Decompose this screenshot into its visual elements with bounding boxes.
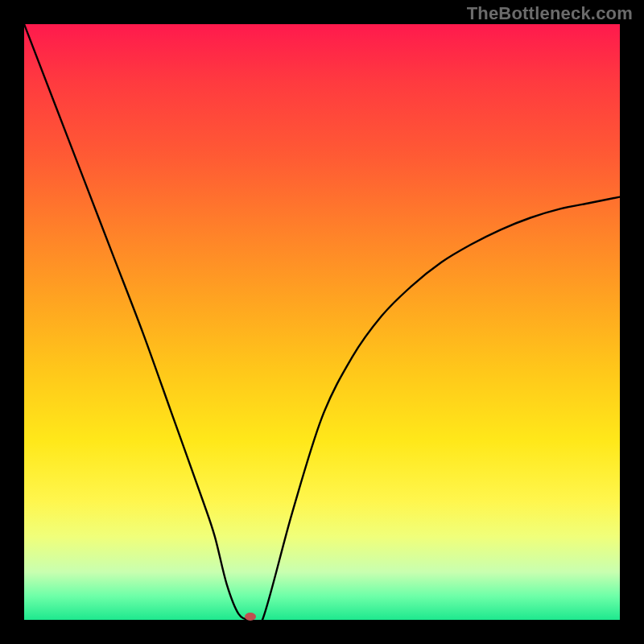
chart-frame: TheBottleneck.com — [0, 0, 644, 644]
watermark-label: TheBottleneck.com — [467, 3, 633, 24]
plot-area — [24, 24, 620, 620]
